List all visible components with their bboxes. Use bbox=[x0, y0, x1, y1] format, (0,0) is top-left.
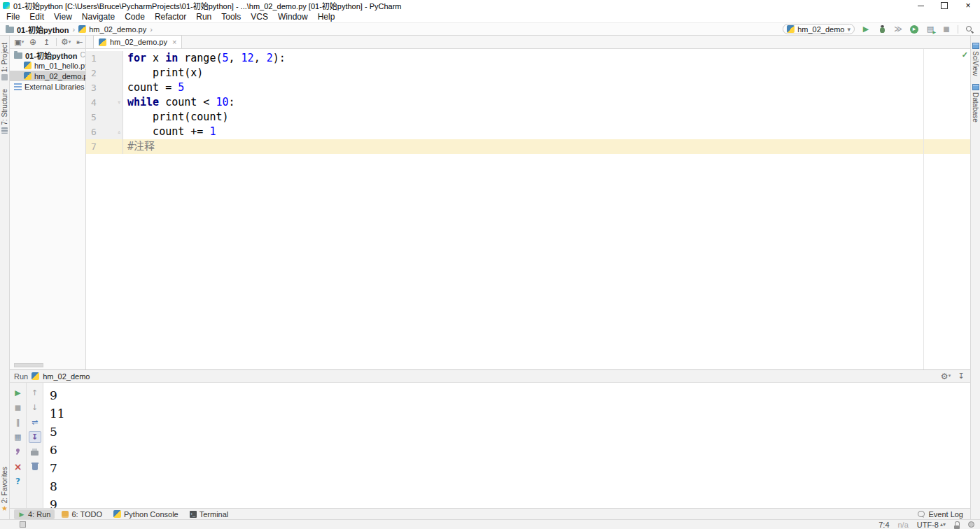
project-tree: 01-初始pythonC:\Usehm_01_hello.pyhm_02_dem… bbox=[10, 50, 85, 92]
hide-panel-icon[interactable] bbox=[956, 372, 966, 381]
bottom-tab-6-todo[interactable]: 6: TODO bbox=[57, 509, 106, 519]
tree-item-label: hm_02_demo.py bbox=[34, 72, 86, 80]
code-text: while count < 10: bbox=[123, 95, 970, 110]
profile-button[interactable] bbox=[908, 23, 920, 35]
file-encoding-widget[interactable]: UTF-8 ▴▾ bbox=[917, 521, 946, 529]
tool-window-button-7-structure[interactable]: 7: Structure bbox=[1, 89, 8, 134]
line-number: 4▿ bbox=[86, 95, 123, 110]
menu-item-run[interactable]: Run bbox=[191, 11, 216, 22]
run-panel-title: Run bbox=[14, 372, 28, 381]
editor-tab-strip: hm_02_demo.py × bbox=[86, 36, 970, 48]
menu-item-help[interactable]: Help bbox=[313, 11, 340, 22]
pin-button[interactable] bbox=[12, 446, 24, 458]
tool-window-label: SciView bbox=[972, 51, 979, 76]
run-tool-window-header: Run hm_02_demo bbox=[10, 370, 970, 383]
collapse-all-button[interactable] bbox=[41, 36, 52, 48]
project-root-name: 01-初始python bbox=[25, 50, 78, 61]
event-log-button[interactable]: Event Log bbox=[918, 510, 970, 519]
menu-item-tools[interactable]: Tools bbox=[216, 11, 246, 22]
code-line-6[interactable]: 6▵ count += 1 bbox=[86, 125, 970, 139]
minimize-button[interactable] bbox=[909, 0, 932, 11]
menu-item-window[interactable]: Window bbox=[273, 11, 313, 22]
tree-item-hm-02-demo-py[interactable]: hm_02_demo.py bbox=[10, 71, 85, 81]
status-bar: 7:4 n/a UTF-8 ▴▾ bbox=[0, 519, 980, 529]
fold-marker-icon[interactable]: ▿ bbox=[118, 95, 121, 110]
run-configuration-select[interactable]: hm_02_demo ▾ bbox=[783, 24, 855, 34]
code-line-3[interactable]: 3count = 5 bbox=[86, 80, 970, 95]
close-x-button[interactable] bbox=[12, 460, 24, 472]
hector-inspector-icon[interactable] bbox=[968, 521, 974, 528]
rerun-button[interactable] bbox=[12, 387, 24, 399]
maximize-button[interactable] bbox=[932, 0, 956, 11]
breadcrumb-item-01-初始python[interactable]: 01-初始python bbox=[6, 24, 69, 35]
inspections-ok-icon[interactable]: ✓ bbox=[962, 50, 968, 59]
run-button[interactable] bbox=[860, 23, 872, 35]
fold-marker-icon[interactable]: ▵ bbox=[118, 125, 121, 139]
up-button[interactable] bbox=[29, 387, 41, 399]
clear-button[interactable] bbox=[29, 460, 41, 472]
tool-window-button-database[interactable]: Database bbox=[972, 84, 979, 122]
tree-item-label: External Libraries bbox=[24, 83, 85, 91]
restore-layout-button[interactable] bbox=[12, 431, 24, 443]
tool-row: hm_02_demo.py × bbox=[10, 36, 970, 49]
project-root[interactable]: 01-初始pythonC:\Use bbox=[10, 50, 85, 60]
locate-button[interactable] bbox=[27, 36, 39, 48]
debug-button[interactable] bbox=[876, 23, 888, 35]
tree-item-external-libraries[interactable]: External Libraries bbox=[10, 81, 85, 92]
view-options-button[interactable] bbox=[13, 36, 25, 48]
settings-button[interactable] bbox=[60, 36, 72, 48]
chevron-updown-icon: ▴▾ bbox=[940, 521, 946, 528]
bottom-tab-label: 6: TODO bbox=[71, 510, 102, 519]
soft-wrap-button[interactable] bbox=[29, 416, 41, 428]
git-branch-widget[interactable]: n/a bbox=[898, 521, 909, 529]
stop-button[interactable] bbox=[12, 402, 24, 414]
tab-close-icon[interactable]: × bbox=[172, 38, 176, 46]
horizontal-scrollbar[interactable] bbox=[14, 363, 43, 367]
editor-tab[interactable]: hm_02_demo.py × bbox=[93, 35, 182, 48]
run-console-output[interactable]: 91156789 bbox=[43, 383, 970, 508]
menu-item-file[interactable]: File bbox=[1, 11, 24, 22]
code-line-2[interactable]: 2 print(x) bbox=[86, 66, 970, 80]
pause-button[interactable] bbox=[12, 416, 24, 428]
code-editor[interactable]: 1for x in range(5, 12, 2):2 print(x)3cou… bbox=[86, 49, 970, 369]
menu-item-code[interactable]: Code bbox=[120, 11, 150, 22]
menu-item-navigate[interactable]: Navigate bbox=[77, 11, 120, 22]
stop-button[interactable] bbox=[940, 23, 953, 35]
menu-item-vcs[interactable]: VCS bbox=[246, 11, 273, 22]
search-button[interactable] bbox=[963, 23, 976, 35]
code-lines: 1for x in range(5, 12, 2):2 print(x)3cou… bbox=[86, 49, 970, 154]
table-icon bbox=[972, 84, 979, 90]
code-line-7[interactable]: 7#注释 bbox=[86, 139, 970, 154]
tool-window-switcher-icon[interactable] bbox=[20, 521, 26, 528]
tool-window-button-sciview[interactable]: SciView bbox=[972, 43, 979, 76]
settings-gear-icon[interactable] bbox=[941, 372, 951, 381]
code-line-4[interactable]: 4▿while count < 10: bbox=[86, 95, 970, 110]
bottom-tab-terminal[interactable]: ›_Terminal bbox=[186, 509, 233, 519]
read-only-lock-icon[interactable] bbox=[954, 521, 960, 529]
help-button[interactable] bbox=[12, 475, 24, 487]
menu-item-view[interactable]: View bbox=[49, 11, 77, 22]
concurrency-button[interactable] bbox=[924, 23, 937, 35]
debug-icon bbox=[879, 25, 886, 33]
menu-item-refactor[interactable]: Refactor bbox=[150, 11, 191, 22]
bottom-tab-python-console[interactable]: Python Console bbox=[109, 509, 183, 519]
line-number: 5 bbox=[86, 110, 123, 125]
hide-button[interactable] bbox=[74, 36, 85, 48]
breadcrumb-item-hm-02-demo-py[interactable]: hm_02_demo.py bbox=[78, 25, 146, 34]
code-line-1[interactable]: 1for x in range(5, 12, 2): bbox=[86, 51, 970, 66]
code-line-5[interactable]: 5 print(count) bbox=[86, 110, 970, 125]
cursor-position[interactable]: 7:4 bbox=[878, 521, 889, 529]
close-button[interactable]: × bbox=[956, 0, 980, 11]
tree-item-hm-01-hello-py[interactable]: hm_01_hello.py bbox=[10, 60, 85, 71]
tool-window-button-1-project[interactable]: 1: Project bbox=[1, 43, 8, 80]
bottom-tab-label: 4: Run bbox=[28, 510, 50, 519]
code-text: print(count) bbox=[123, 110, 970, 125]
tool-window-button-2-favorites[interactable]: 2: Favorites★ bbox=[1, 467, 8, 512]
down-button[interactable] bbox=[29, 402, 41, 414]
tool-window-label: 7: Structure bbox=[1, 89, 8, 125]
scroll-end-button[interactable] bbox=[29, 431, 41, 443]
bottom-tab-4-run[interactable]: ▶4: Run bbox=[14, 509, 55, 519]
coverage-button[interactable] bbox=[892, 23, 904, 35]
print-button[interactable] bbox=[29, 446, 41, 458]
menu-item-edit[interactable]: Edit bbox=[24, 11, 49, 22]
